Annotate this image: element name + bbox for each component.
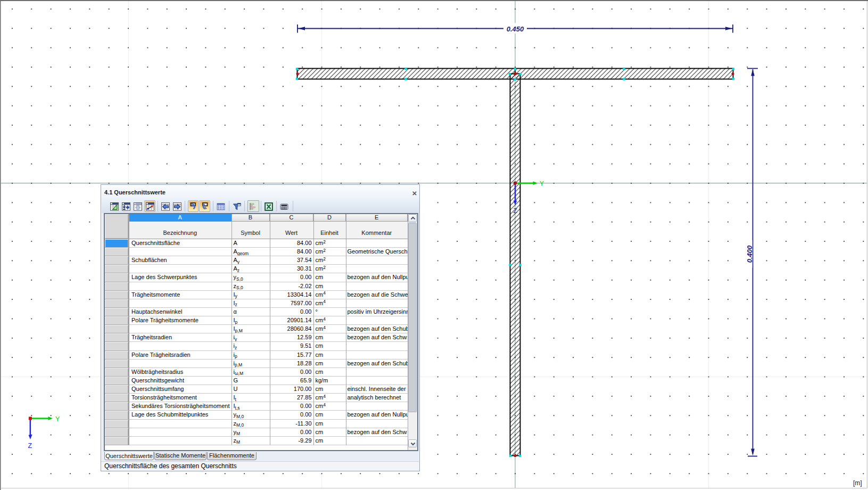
svg-text:[m]: [m] (853, 479, 862, 487)
svg-text:Z: Z (28, 442, 32, 450)
svg-text:Y: Y (55, 415, 60, 423)
svg-text:0.450: 0.450 (507, 25, 524, 33)
svg-text:Y: Y (540, 180, 544, 187)
svg-text:Z: Z (514, 207, 517, 215)
svg-text:0.400: 0.400 (746, 245, 754, 263)
